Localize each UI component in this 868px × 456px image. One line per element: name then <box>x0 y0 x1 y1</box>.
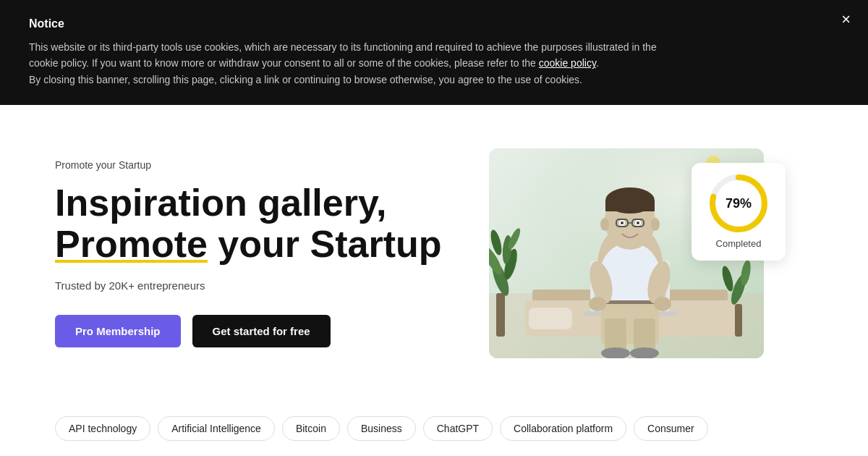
hero-subtitle: Promote your Startup <box>55 159 460 171</box>
hero-image-area: 79% Completed <box>489 148 764 358</box>
svg-point-31 <box>651 218 660 231</box>
svg-point-19 <box>654 297 671 311</box>
cookie-policy-link[interactable]: cookie policy <box>539 57 596 69</box>
completion-badge: 79% Completed <box>692 163 786 261</box>
donut-percent: 79% <box>726 196 752 211</box>
svg-point-29 <box>637 221 639 224</box>
cookie-title: Notice <box>29 17 839 30</box>
svg-rect-22 <box>605 200 655 211</box>
svg-point-28 <box>621 221 624 224</box>
cookie-banner: Notice This website or its third-party t… <box>0 0 868 105</box>
tag-item-4[interactable]: ChatGPT <box>423 416 493 441</box>
donut-chart: 79% <box>710 174 767 232</box>
hero-section: Promote your Startup Inspiration gallery… <box>0 105 868 402</box>
tags-section: API technologyArtificial IntelligenceBit… <box>0 402 868 456</box>
tag-item-3[interactable]: Business <box>347 416 416 441</box>
hero-trusted-text: Trusted by 20K+ entrepreneurs <box>55 279 460 292</box>
tag-item-6[interactable]: Consumer <box>634 416 708 441</box>
badge-completed-label: Completed <box>706 238 771 249</box>
tag-item-1[interactable]: Artificial Intelligence <box>158 416 275 441</box>
hero-content: Promote your Startup Inspiration gallery… <box>55 159 489 347</box>
get-started-button[interactable]: Get started for free <box>192 315 331 347</box>
cookie-body: This website or its third-party tools us… <box>29 39 680 88</box>
svg-rect-45 <box>529 308 572 329</box>
hero-title: Inspiration gallery, Promote your Startu… <box>55 182 460 265</box>
cookie-close-button[interactable]: × <box>841 12 851 28</box>
svg-rect-39 <box>735 304 742 337</box>
pro-membership-button[interactable]: Pro Membership <box>55 315 181 347</box>
hero-title-line2: your Startup <box>208 223 442 265</box>
svg-point-30 <box>600 218 609 231</box>
tag-item-0[interactable]: API technology <box>55 416 150 441</box>
cookie-text-line2: By closing this banner, scrolling this p… <box>29 74 582 85</box>
tag-item-2[interactable]: Bitcoin <box>282 416 340 441</box>
svg-rect-32 <box>496 293 505 337</box>
svg-point-18 <box>589 297 606 311</box>
hero-title-highlight: Promote <box>55 223 208 265</box>
tag-item-5[interactable]: Collaboration platform <box>500 416 626 441</box>
hero-title-line1: Inspiration gallery, <box>55 182 386 224</box>
hero-buttons: Pro Membership Get started for free <box>55 315 460 347</box>
